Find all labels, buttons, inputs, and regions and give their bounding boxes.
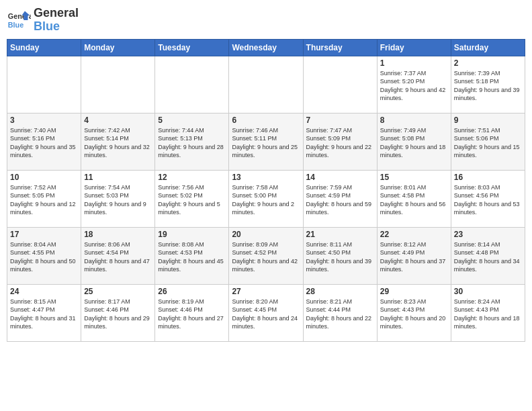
calendar-cell: 13Sunrise: 7:58 AM Sunset: 5:00 PM Dayli… xyxy=(229,170,303,227)
day-info: Sunrise: 7:44 AM Sunset: 5:13 PM Dayligh… xyxy=(158,126,226,160)
calendar-cell: 11Sunrise: 7:54 AM Sunset: 5:03 PM Dayli… xyxy=(81,170,155,227)
day-info: Sunrise: 8:09 AM Sunset: 4:52 PM Dayligh… xyxy=(232,240,300,274)
logo-text: GeneralBlue xyxy=(34,7,79,34)
day-info: Sunrise: 7:52 AM Sunset: 5:05 PM Dayligh… xyxy=(10,183,78,217)
day-info: Sunrise: 7:37 AM Sunset: 5:20 PM Dayligh… xyxy=(380,69,448,103)
day-info: Sunrise: 7:59 AM Sunset: 4:59 PM Dayligh… xyxy=(306,183,374,217)
day-number: 15 xyxy=(380,173,448,182)
calendar-cell: 21Sunrise: 8:11 AM Sunset: 4:50 PM Dayli… xyxy=(303,227,377,284)
calendar-cell: 2Sunrise: 7:39 AM Sunset: 5:18 PM Daylig… xyxy=(451,56,525,113)
calendar-cell: 26Sunrise: 8:19 AM Sunset: 4:46 PM Dayli… xyxy=(155,284,229,341)
day-info: Sunrise: 8:20 AM Sunset: 4:45 PM Dayligh… xyxy=(232,298,300,331)
calendar-cell: 15Sunrise: 8:01 AM Sunset: 4:58 PM Dayli… xyxy=(377,170,451,227)
calendar-cell: 6Sunrise: 7:46 AM Sunset: 5:11 PM Daylig… xyxy=(229,113,303,170)
calendar-cell: 24Sunrise: 8:15 AM Sunset: 4:47 PM Dayli… xyxy=(7,284,81,341)
day-info: Sunrise: 8:03 AM Sunset: 4:56 PM Dayligh… xyxy=(454,183,522,217)
day-info: Sunrise: 8:19 AM Sunset: 4:46 PM Dayligh… xyxy=(158,298,226,331)
day-info: Sunrise: 7:51 AM Sunset: 5:06 PM Dayligh… xyxy=(454,126,522,160)
calendar-cell: 3Sunrise: 7:40 AM Sunset: 5:16 PM Daylig… xyxy=(7,113,81,170)
day-info: Sunrise: 8:04 AM Sunset: 4:55 PM Dayligh… xyxy=(10,240,78,274)
logo: General Blue GeneralBlue xyxy=(7,7,79,34)
calendar-cell: 29Sunrise: 8:23 AM Sunset: 4:43 PM Dayli… xyxy=(377,284,451,341)
day-info: Sunrise: 8:08 AM Sunset: 4:53 PM Dayligh… xyxy=(158,240,226,274)
day-info: Sunrise: 7:56 AM Sunset: 5:02 PM Dayligh… xyxy=(158,183,226,217)
day-number: 30 xyxy=(454,287,522,296)
day-number: 10 xyxy=(10,173,78,182)
day-info: Sunrise: 8:15 AM Sunset: 4:47 PM Dayligh… xyxy=(10,298,78,331)
calendar-header-row: SundayMondayTuesdayWednesdayThursdayFrid… xyxy=(7,39,525,56)
calendar-cell: 4Sunrise: 7:42 AM Sunset: 5:14 PM Daylig… xyxy=(81,113,155,170)
day-number: 27 xyxy=(232,287,300,296)
calendar-cell: 8Sunrise: 7:49 AM Sunset: 5:08 PM Daylig… xyxy=(377,113,451,170)
header: General Blue GeneralBlue xyxy=(7,7,525,34)
calendar-cell: 5Sunrise: 7:44 AM Sunset: 5:13 PM Daylig… xyxy=(155,113,229,170)
day-number: 2 xyxy=(454,58,522,68)
calendar-cell: 12Sunrise: 7:56 AM Sunset: 5:02 PM Dayli… xyxy=(155,170,229,227)
day-info: Sunrise: 7:39 AM Sunset: 5:18 PM Dayligh… xyxy=(454,69,522,103)
calendar-cell: 18Sunrise: 8:06 AM Sunset: 4:54 PM Dayli… xyxy=(81,227,155,284)
day-info: Sunrise: 8:21 AM Sunset: 4:44 PM Dayligh… xyxy=(306,298,374,331)
day-info: Sunrise: 8:01 AM Sunset: 4:58 PM Dayligh… xyxy=(380,183,448,217)
day-number: 12 xyxy=(158,173,226,182)
calendar-week-2: 3Sunrise: 7:40 AM Sunset: 5:16 PM Daylig… xyxy=(7,113,525,170)
day-number: 9 xyxy=(454,116,522,125)
calendar-cell: 20Sunrise: 8:09 AM Sunset: 4:52 PM Dayli… xyxy=(229,227,303,284)
day-number: 11 xyxy=(84,173,152,182)
calendar-cell: 25Sunrise: 8:17 AM Sunset: 4:46 PM Dayli… xyxy=(81,284,155,341)
calendar-cell: 10Sunrise: 7:52 AM Sunset: 5:05 PM Dayli… xyxy=(7,170,81,227)
day-header-tuesday: Tuesday xyxy=(155,39,229,56)
day-number: 6 xyxy=(232,116,300,125)
day-number: 7 xyxy=(306,116,374,125)
calendar-cell: 16Sunrise: 8:03 AM Sunset: 4:56 PM Dayli… xyxy=(451,170,525,227)
day-number: 4 xyxy=(84,116,152,125)
calendar-cell xyxy=(7,56,81,113)
day-number: 21 xyxy=(306,230,374,239)
day-header-monday: Monday xyxy=(81,39,155,56)
day-info: Sunrise: 7:58 AM Sunset: 5:00 PM Dayligh… xyxy=(232,183,300,217)
logo-icon: General Blue xyxy=(7,8,31,32)
day-number: 16 xyxy=(454,173,522,182)
calendar-week-4: 17Sunrise: 8:04 AM Sunset: 4:55 PM Dayli… xyxy=(7,227,525,284)
day-number: 24 xyxy=(10,287,78,296)
day-number: 18 xyxy=(84,230,152,239)
day-info: Sunrise: 8:17 AM Sunset: 4:46 PM Dayligh… xyxy=(84,298,152,331)
calendar-cell xyxy=(303,56,377,113)
calendar-cell: 19Sunrise: 8:08 AM Sunset: 4:53 PM Dayli… xyxy=(155,227,229,284)
calendar-cell: 7Sunrise: 7:47 AM Sunset: 5:09 PM Daylig… xyxy=(303,113,377,170)
day-info: Sunrise: 7:49 AM Sunset: 5:08 PM Dayligh… xyxy=(380,126,448,160)
day-number: 5 xyxy=(158,116,226,125)
day-number: 14 xyxy=(306,173,374,182)
day-number: 3 xyxy=(10,116,78,125)
day-info: Sunrise: 8:12 AM Sunset: 4:49 PM Dayligh… xyxy=(380,240,448,274)
day-header-friday: Friday xyxy=(377,39,451,56)
calendar-cell xyxy=(81,56,155,113)
day-info: Sunrise: 8:23 AM Sunset: 4:43 PM Dayligh… xyxy=(380,298,448,331)
day-number: 19 xyxy=(158,230,226,239)
day-number: 26 xyxy=(158,287,226,296)
day-header-wednesday: Wednesday xyxy=(229,39,303,56)
day-number: 17 xyxy=(10,230,78,239)
calendar: SundayMondayTuesdayWednesdayThursdayFrid… xyxy=(7,39,525,342)
day-info: Sunrise: 7:46 AM Sunset: 5:11 PM Dayligh… xyxy=(232,126,300,160)
day-number: 22 xyxy=(380,230,448,239)
calendar-cell: 22Sunrise: 8:12 AM Sunset: 4:49 PM Dayli… xyxy=(377,227,451,284)
calendar-cell: 30Sunrise: 8:24 AM Sunset: 4:43 PM Dayli… xyxy=(451,284,525,341)
day-number: 29 xyxy=(380,287,448,296)
calendar-week-3: 10Sunrise: 7:52 AM Sunset: 5:05 PM Dayli… xyxy=(7,170,525,227)
day-number: 25 xyxy=(84,287,152,296)
day-number: 23 xyxy=(454,230,522,239)
day-info: Sunrise: 8:14 AM Sunset: 4:48 PM Dayligh… xyxy=(454,240,522,274)
day-header-sunday: Sunday xyxy=(7,39,81,56)
day-info: Sunrise: 7:42 AM Sunset: 5:14 PM Dayligh… xyxy=(84,126,152,160)
calendar-cell: 27Sunrise: 8:20 AM Sunset: 4:45 PM Dayli… xyxy=(229,284,303,341)
calendar-cell: 28Sunrise: 8:21 AM Sunset: 4:44 PM Dayli… xyxy=(303,284,377,341)
day-info: Sunrise: 8:06 AM Sunset: 4:54 PM Dayligh… xyxy=(84,240,152,274)
calendar-cell: 17Sunrise: 8:04 AM Sunset: 4:55 PM Dayli… xyxy=(7,227,81,284)
day-number: 28 xyxy=(306,287,374,296)
calendar-cell xyxy=(155,56,229,113)
calendar-cell: 1Sunrise: 7:37 AM Sunset: 5:20 PM Daylig… xyxy=(377,56,451,113)
calendar-week-5: 24Sunrise: 8:15 AM Sunset: 4:47 PM Dayli… xyxy=(7,284,525,341)
calendar-cell: 14Sunrise: 7:59 AM Sunset: 4:59 PM Dayli… xyxy=(303,170,377,227)
day-number: 8 xyxy=(380,116,448,125)
calendar-cell: 9Sunrise: 7:51 AM Sunset: 5:06 PM Daylig… xyxy=(451,113,525,170)
